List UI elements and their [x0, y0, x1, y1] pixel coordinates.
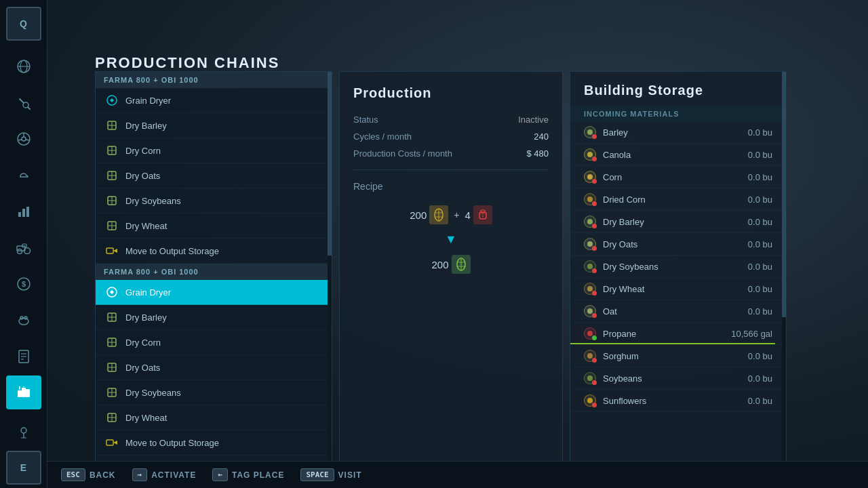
chain-item-g1-move-output[interactable]: Move to Output Storage	[96, 239, 332, 264]
group-header-1: FARMA 800 + OBI 1000	[96, 72, 332, 88]
key-action-activate: → ACTIVATE	[132, 468, 197, 481]
chain-item-g2-dry-barley[interactable]: Dry Barley	[96, 305, 332, 330]
recipe-inputs: 200 + 4	[410, 205, 492, 224]
sidebar-item-chart[interactable]	[6, 195, 41, 228]
costs-row: Production Costs / month $ 480	[353, 148, 549, 159]
move-output-icon-2	[105, 436, 119, 449]
dry-soybeans-icon-2	[105, 386, 119, 399]
storage-scrollbar[interactable]	[782, 72, 786, 481]
storage-item-name: Canola	[603, 150, 718, 160]
sidebar-item-production[interactable]	[6, 375, 41, 409]
svg-line-9	[18, 140, 22, 140]
svg-rect-27	[18, 390, 22, 397]
chain-item-g2-move-output[interactable]: Move to Output Storage	[96, 430, 332, 455]
cycles-value: 240	[534, 131, 549, 142]
dry-corn-icon-2	[105, 336, 119, 349]
output-recipe-icon	[452, 255, 471, 274]
dry-soybeans-icon	[105, 194, 119, 207]
chain-item-g1-dry-barley[interactable]: Dry Barley	[96, 113, 332, 138]
storage-icon	[584, 394, 596, 407]
chains-panel: FARMA 800 + OBI 1000 Grain Dryer Dry Bar…	[95, 71, 332, 481]
storage-item-name: Sunflowers	[603, 396, 718, 406]
chain-item-g2-grain-dryer[interactable]: Grain Dryer	[96, 280, 332, 305]
sidebar-item-globe[interactable]	[6, 49, 41, 83]
sidebar-item-location[interactable]	[6, 415, 41, 448]
storage-scroll-thumb[interactable]	[782, 72, 786, 317]
storage-row: Sunflowers0.0 bu	[570, 390, 786, 412]
storage-item-value: 0.0 bu	[725, 262, 772, 272]
activate-key[interactable]: →	[132, 468, 148, 481]
svg-point-92	[587, 398, 593, 403]
move-output-icon	[105, 244, 119, 258]
svg-rect-11	[18, 212, 21, 217]
grain-dryer-icon	[105, 94, 119, 107]
storage-item-name: Dry Wheat	[603, 284, 718, 294]
space-key[interactable]: SPACE	[300, 468, 334, 481]
storage-icon	[584, 327, 596, 340]
chain-item-label: Dry Corn	[125, 146, 161, 156]
sidebar-item-steering[interactable]	[6, 122, 41, 155]
page-title: PRODUCTION CHAINS	[95, 54, 279, 72]
chains-scrollbar[interactable]	[328, 72, 332, 481]
incoming-materials-header: INCOMING MATERIALS	[570, 106, 786, 121]
storage-row: Canola0.0 bu	[570, 144, 786, 166]
chain-item-g1-dry-oats[interactable]: Dry Oats	[96, 163, 332, 188]
storage-row: Dry Soybeans0.0 bu	[570, 256, 786, 278]
storage-item-value: 0.0 bu	[725, 396, 772, 406]
chains-scroll-thumb[interactable]	[328, 72, 332, 256]
svg-rect-12	[22, 209, 25, 217]
bottom-bar: ESC BACK → ACTIVATE ← TAG PLACE SPACE VI…	[47, 461, 868, 488]
svg-point-87	[587, 286, 593, 291]
storage-icon	[584, 171, 596, 183]
sidebar-item-weather[interactable]	[6, 159, 41, 192]
storage-icon	[584, 350, 596, 362]
storage-row: Propane10,566 gal	[570, 323, 786, 345]
key-action-tag: ← TAG PLACE	[212, 468, 284, 481]
storage-item-value: 0.0 bu	[725, 373, 772, 384]
storage-item-value: 0.0 bu	[725, 150, 772, 160]
costs-value: $ 480	[526, 148, 549, 159]
chain-item-g1-grain-dryer[interactable]: Grain Dryer	[96, 88, 332, 113]
sidebar-item-e[interactable]: E	[6, 451, 41, 485]
storage-item-name: Corn	[603, 172, 718, 182]
svg-line-3	[20, 99, 24, 103]
chain-item-g1-dry-corn[interactable]: Dry Corn	[96, 138, 332, 163]
storage-icon	[584, 283, 596, 295]
chain-item-g2-dry-wheat[interactable]: Dry Wheat	[96, 405, 332, 430]
key-action-esc: ESC BACK	[61, 468, 116, 481]
esc-key[interactable]: ESC	[61, 468, 85, 481]
storage-list[interactable]: Barley0.0 bu Canola0.0 bu Corn0.0 bu Dri…	[570, 121, 786, 469]
svg-rect-29	[26, 389, 30, 397]
svg-point-15	[17, 249, 22, 254]
chain-item-g2-dry-soybeans[interactable]: Dry Soybeans	[96, 380, 332, 405]
activate-label: ACTIVATE	[151, 470, 196, 480]
chain-item-label: Dry Oats	[125, 363, 160, 373]
sidebar: Q	[0, 0, 47, 488]
svg-point-89	[587, 331, 593, 336]
recipe-output-amount: 200	[431, 259, 448, 270]
grain-recipe-icon	[429, 205, 448, 224]
sidebar-item-contracts[interactable]	[6, 340, 41, 373]
chain-item-g1-dry-wheat[interactable]: Dry Wheat	[96, 214, 332, 239]
sidebar-item-money[interactable]: $	[6, 267, 41, 300]
status-row: Status Inactive	[353, 115, 549, 125]
tag-key[interactable]: ←	[212, 468, 228, 481]
chain-item-label: Dry Corn	[125, 338, 161, 348]
chain-item-g1-dry-soybeans[interactable]: Dry Soybeans	[96, 188, 332, 214]
sidebar-item-tractor[interactable]	[6, 231, 41, 264]
chain-item-label: Dry Wheat	[125, 413, 167, 423]
sidebar-item-q[interactable]: Q	[6, 7, 41, 41]
sidebar-item-animals[interactable]	[6, 304, 41, 337]
svg-marker-68	[113, 441, 117, 445]
back-label: BACK	[90, 470, 116, 480]
svg-point-80	[587, 129, 593, 135]
chain-item-g2-dry-corn[interactable]: Dry Corn	[96, 330, 332, 355]
svg-point-91	[587, 375, 593, 381]
svg-point-83	[587, 197, 593, 202]
svg-text:$: $	[21, 280, 25, 288]
chain-item-g2-dry-oats[interactable]: Dry Oats	[96, 355, 332, 380]
sidebar-item-tools[interactable]	[6, 86, 41, 119]
arrow-down-icon: ▼	[445, 232, 457, 247]
propane-recipe-icon	[473, 205, 492, 224]
storage-panel: Building Storage INCOMING MATERIALS Barl…	[570, 71, 787, 481]
